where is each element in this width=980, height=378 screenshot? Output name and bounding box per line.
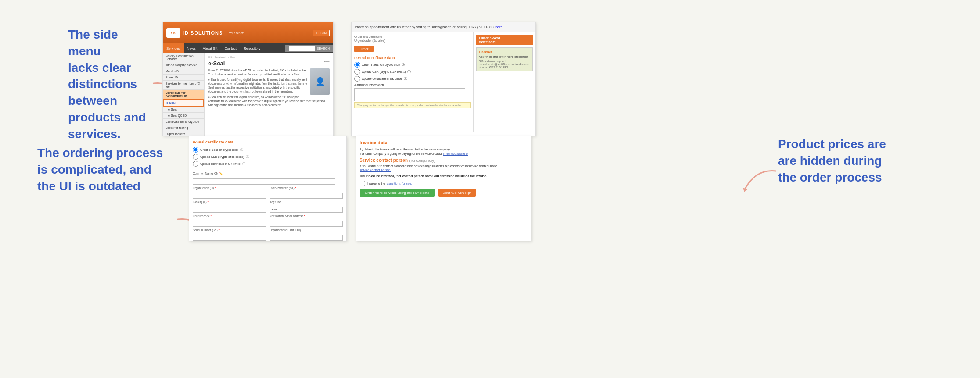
sidebar-smartid[interactable]: Smart-ID — [163, 75, 204, 81]
sidebar-cert-auth[interactable]: Certificate for Authentication — [163, 90, 204, 99]
cert-section-title: e-Seal certificate data — [354, 56, 471, 60]
radio-update-cert: Update certificate in SK office ⓘ — [354, 76, 471, 82]
order-button[interactable]: Order — [354, 46, 374, 52]
arrow-product-prices — [739, 167, 778, 197]
page-body2: e-Seal can be used with digital signatur… — [208, 95, 330, 107]
search-label: SEARCH — [317, 47, 330, 50]
breadcrumb: SK > Services > e-Seal — [208, 56, 330, 58]
eseal-cn-field: Common Name, CN ✏️ — [193, 168, 343, 185]
info-icon-1: ⓘ — [240, 148, 243, 152]
sidebar-eseal-qcsd[interactable]: e-Seal QCSD — [163, 113, 204, 119]
locality-input[interactable] — [193, 207, 266, 213]
screenshot-sk-website: SK ID SOLUTIONS Your order: LOGIN Servic… — [162, 22, 334, 136]
sk-search-bar: SEARCH — [285, 45, 333, 52]
invoice-section: Invoice data By default, the invoice wil… — [356, 136, 531, 200]
sk-nav: Services News About SK Contact Repositor… — [163, 43, 333, 53]
email-input[interactable] — [270, 221, 343, 227]
eseal-ou-field: Organisational Unit (OU) — [270, 228, 343, 241]
nav-services[interactable]: Services — [163, 43, 184, 53]
eseal-country-field: Country code * — [193, 214, 266, 227]
checkbox-conditions: I agree to the conditions for use. — [360, 181, 527, 186]
invoice-text1: By default, the invoice will be addresse… — [360, 147, 527, 156]
sk-sidebar: Validity ConfirmationServices Time-Stamp… — [163, 53, 205, 136]
order-eseal-cert-title: Order e-Sealcertificate — [476, 35, 533, 45]
contact-phone: phone: +372 610 1883 — [479, 66, 530, 69]
print-button[interactable]: Print — [324, 60, 330, 63]
page-title: e-Seal — [208, 60, 330, 67]
sidebar-cards-testing[interactable]: Cards for testing — [163, 125, 204, 131]
eseal-form-title: e-Seal certificate data — [193, 140, 343, 144]
serial-input[interactable] — [193, 235, 266, 241]
sk-main-content: SK > Services > e-Seal Print e-Seal 👤 Fr… — [205, 53, 333, 136]
eseal-serial-field: Serial Number (SN) * — [193, 228, 266, 241]
sk-your-order-label: Your order: — [229, 32, 244, 35]
contact-box: Contact Ask for an offer or for more inf… — [476, 47, 533, 71]
sk-logo: SK — [166, 28, 180, 38]
annotation-ordering-process: The ordering process is complicated, and… — [37, 145, 182, 194]
changing-note: Changing contacts changes the data also … — [354, 102, 471, 108]
order-header: make an appointment with us either by wr… — [352, 22, 535, 32]
nbi-text: NBI Please be informed, that contact per… — [360, 174, 527, 178]
country-input[interactable] — [193, 221, 266, 227]
additional-info-label: Additional information — [354, 83, 471, 86]
eseal-row-serial-ou: Serial Number (SN) * Organisational Unit… — [193, 228, 343, 241]
service-contact-title: Service contact person (not compulsory) — [360, 158, 527, 163]
sidebar-digital-identity[interactable]: Digital Identity — [163, 131, 204, 136]
service-contact-link[interactable]: service contact person. — [360, 168, 391, 171]
ou-input[interactable] — [270, 235, 343, 241]
screenshot-order-form-top: make an appointment with us either by wr… — [351, 22, 536, 136]
person-photo: 👤 — [310, 68, 330, 95]
order-more-button[interactable]: Order more services using the same data — [360, 189, 435, 197]
contact-customer: SK customer support — [479, 60, 530, 63]
eseal-email-field: Notification e-mail address * — [270, 214, 343, 227]
button-row: Order more services using the same data … — [360, 189, 527, 197]
sidebar-eseal[interactable]: e-Seal — [163, 99, 204, 107]
state-input[interactable] — [270, 193, 343, 199]
eseal-section: e-Seal certificate data Order e-Seal on … — [189, 136, 346, 241]
sidebar-mobileid[interactable]: Mobile-ID — [163, 68, 204, 75]
service-contact-text: If You want us to contact someone else b… — [360, 164, 527, 173]
invoice-title: Invoice data — [360, 140, 527, 145]
eseal-row-locality-keysize: Locality (L) * Key Size — [193, 200, 343, 213]
sk-content: Validity ConfirmationServices Time-Stamp… — [163, 53, 333, 136]
continue-sign-button[interactable]: Continue with sign — [438, 189, 476, 197]
order-header-link[interactable]: here — [495, 25, 502, 29]
radio-upload-csr: Upload CSR (crypto stick exists) ⓘ — [354, 69, 471, 75]
nav-repository[interactable]: Repository — [240, 43, 264, 53]
sidebar-eseal-sub1[interactable]: e-Seal — [163, 107, 204, 113]
eseal-row-country-email: Country code * Notification e-mail addre… — [193, 214, 343, 227]
order-cert-section: Order test certificate Urgent order (2x … — [352, 32, 474, 132]
eseal-org-field: Organisation (O) * — [193, 186, 266, 199]
annotation-side-menu: The side menu lacks clear distinctions b… — [68, 26, 154, 143]
contact-subtitle: Ask for an offer or for more information — [479, 55, 530, 58]
service-contact-section: Service contact person (not compulsory) … — [360, 158, 527, 178]
sk-login-button[interactable]: LOGIN — [313, 30, 330, 36]
sidebar-xtee[interactable]: Services for member of X-tee — [163, 81, 204, 90]
sidebar-cert-enc[interactable]: Certificate for Encryption — [163, 119, 204, 125]
contact-email: e-mail: certs@sertifitseerimiskeskus.ee — [479, 63, 530, 66]
conditions-checkbox[interactable] — [360, 181, 365, 186]
annotation-product-prices: Product prices are are hidden during the… — [778, 136, 927, 185]
cn-input[interactable] — [193, 178, 335, 185]
sidebar-timestamping[interactable]: Time-Stamping Service — [163, 62, 204, 68]
eseal-radio-stick: Order e-Seal on crypto stick ⓘ — [193, 147, 343, 153]
radio-eseal-stick: Order e-Seal on crypto stick ⓘ — [354, 62, 471, 68]
eseal-radio-update: Update certificate in SK office ⓘ — [193, 161, 343, 167]
eseal-keysize-field: Key Size — [270, 200, 343, 213]
screenshot-eseal-form: e-Seal certificate data Order e-Seal on … — [189, 136, 347, 241]
eseal-locality-field: Locality (L) * — [193, 200, 266, 213]
sk-header: SK ID SOLUTIONS Your order: LOGIN — [163, 22, 333, 43]
conditions-link[interactable]: conditions for use. — [387, 182, 412, 185]
sidebar-validity[interactable]: Validity ConfirmationServices — [163, 53, 204, 62]
nav-news[interactable]: News — [184, 43, 199, 53]
eseal-row-org-state: Organisation (O) * State/Province (ST) * — [193, 186, 343, 199]
keysize-input[interactable] — [270, 207, 343, 213]
nav-contact[interactable]: Contact — [221, 43, 241, 53]
nav-about[interactable]: About SK — [199, 43, 221, 53]
additional-info-textarea[interactable] — [354, 88, 465, 101]
org-input[interactable] — [193, 193, 266, 199]
eseal-state-field: State/Province (ST) * — [270, 186, 343, 199]
screenshot-invoice: Invoice data By default, the invoice wil… — [356, 136, 531, 241]
search-input[interactable] — [289, 46, 315, 51]
invoice-enter-link[interactable]: enter its data here. — [443, 152, 468, 155]
